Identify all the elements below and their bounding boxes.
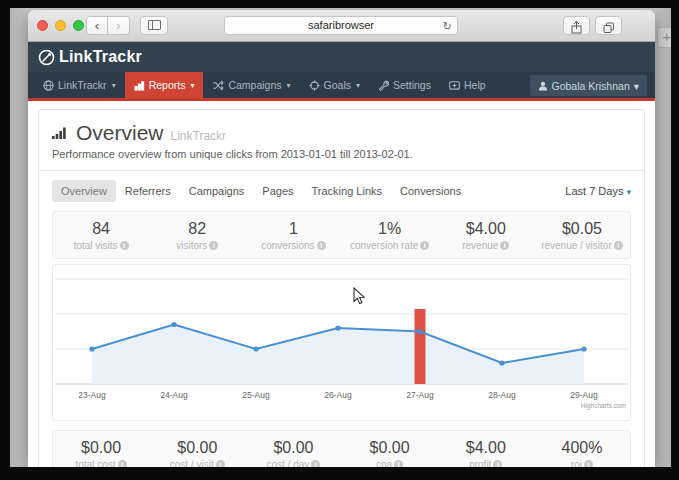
stat-value: $0.00 [342, 439, 438, 457]
stat-conversion-rate: 1%conversion ratei [342, 220, 438, 251]
nav-item-linktrackr[interactable]: LinkTrackr ▾ [34, 72, 125, 98]
tab-pages[interactable]: Pages [253, 180, 302, 202]
cursor-icon [353, 287, 365, 305]
stat-value: $0.00 [245, 439, 341, 457]
nav-item-settings[interactable]: Settings [369, 72, 440, 98]
minimize-window-button[interactable] [55, 20, 66, 31]
stat-label: revenuei [438, 240, 534, 251]
zoom-window-button[interactable] [73, 20, 84, 31]
tab-conversions[interactable]: Conversions [391, 180, 470, 202]
stat-conversions: 1conversionsi [245, 220, 341, 251]
logo-icon [38, 49, 55, 66]
info-icon[interactable]: i [120, 241, 129, 250]
frame-border [0, 0, 679, 8]
stats-panel-bottom: $0.00total costi$0.00cost / visiti$0.00c… [52, 430, 631, 469]
address-bar[interactable]: safaribrowser ↻ [224, 16, 458, 35]
show-all-tabs-button[interactable] [595, 16, 622, 35]
stat-value: 1% [342, 220, 438, 238]
history-nav: ‹ › [86, 16, 130, 35]
sidebar-toggle-button[interactable] [140, 16, 168, 35]
stat-label: visitorsi [149, 240, 245, 251]
nav-reports-icon [134, 80, 145, 91]
svg-text:25-Aug: 25-Aug [242, 390, 270, 400]
nav-goals-icon [309, 80, 320, 91]
logo-text: LinkTrackr [59, 48, 142, 66]
info-icon[interactable]: i [500, 241, 509, 250]
main-nav: LinkTrackr ▾ Reports ▾ Campaigns ▾ [28, 72, 655, 101]
frame-border [0, 467, 679, 480]
forward-button[interactable]: › [108, 16, 130, 35]
tab-campaigns[interactable]: Campaigns [180, 180, 254, 202]
chevron-down-icon: ▾ [190, 81, 194, 90]
nav-item-label: Reports [149, 79, 186, 91]
tab-referrers[interactable]: Referrers [116, 180, 180, 202]
info-icon[interactable]: i [614, 241, 623, 250]
nav-globe-icon [43, 80, 54, 91]
window-controls [37, 20, 84, 31]
back-button[interactable]: ‹ [86, 16, 108, 35]
visits-chart[interactable]: 23-Aug24-Aug25-Aug26-Aug27-Aug28-Aug29-A… [53, 266, 630, 416]
overview-icon [52, 125, 69, 140]
back-icon: ‹ [95, 18, 99, 33]
page-title: Overview [76, 121, 164, 145]
chevron-down-icon: ▾ [287, 81, 291, 90]
stat-revenue: $4.00revenuei [438, 220, 534, 251]
svg-text:29-Aug: 29-Aug [570, 390, 598, 400]
daterange-dropdown[interactable]: Last 7 Days ▾ [565, 185, 631, 197]
nav-help-icon [449, 80, 460, 90]
nav-item-reports[interactable]: Reports ▾ [125, 72, 204, 98]
browser-titlebar: ‹ › safaribrowser ↻ [28, 10, 655, 42]
info-icon[interactable]: i [317, 241, 326, 250]
svg-text:23-Aug: 23-Aug [78, 390, 106, 400]
frame-border [671, 0, 679, 480]
user-name: Gobala Krishnan [552, 80, 630, 92]
stat-value: 1 [245, 220, 341, 238]
close-window-button[interactable] [37, 20, 48, 31]
user-menu-button[interactable]: Gobala Krishnan ▾ [530, 75, 648, 96]
title-row: Overview LinkTrackr [52, 121, 631, 145]
tab-tracking-links[interactable]: Tracking Links [303, 180, 392, 202]
stat-roi: 400%roii [534, 439, 630, 469]
tab-overview[interactable]: Overview [52, 180, 116, 202]
svg-text:Highcharts.com: Highcharts.com [581, 402, 626, 410]
page-content: Overview LinkTrackr Performance overview… [28, 109, 655, 469]
page-subtitle: Performance overview from unique clicks … [52, 148, 631, 160]
tabs-overview-icon [603, 22, 615, 34]
frame-border [0, 0, 10, 480]
stat-value: 82 [149, 220, 245, 238]
svg-text:26-Aug: 26-Aug [324, 390, 352, 400]
stat-visitors: 82visitorsi [149, 220, 245, 251]
nav-item-help[interactable]: Help [440, 72, 495, 98]
stat-total-cost: $0.00total costi [53, 439, 149, 469]
stat-cpa: $0.00cpai [342, 439, 438, 469]
nav-item-goals[interactable]: Goals ▾ [300, 72, 369, 98]
info-icon[interactable]: i [420, 241, 429, 250]
divider [39, 170, 644, 171]
svg-text:27-Aug: 27-Aug [406, 390, 434, 400]
stat-value: 400% [534, 439, 630, 457]
nav-settings-icon [378, 80, 389, 91]
nav-item-label: Campaigns [228, 79, 281, 91]
stat-total-visits: 84total visitsi [53, 220, 149, 251]
reload-icon[interactable]: ↻ [443, 18, 452, 35]
stat-value: $4.00 [438, 439, 534, 457]
nav-item-label: Goals [324, 79, 351, 91]
stat-label: conversion ratei [342, 240, 438, 251]
sidebar-icon [148, 20, 161, 30]
overview-card: Overview LinkTrackr Performance overview… [38, 109, 645, 469]
stat-value: 84 [53, 220, 149, 238]
share-button[interactable] [563, 16, 590, 35]
stat-value: $0.05 [534, 220, 630, 238]
chart-panel: 23-Aug24-Aug25-Aug26-Aug27-Aug28-Aug29-A… [52, 264, 631, 421]
chevron-down-icon: ▾ [356, 81, 360, 90]
stat-value: $4.00 [438, 220, 534, 238]
nav-item-label: Help [464, 79, 486, 91]
info-icon[interactable]: i [209, 241, 218, 250]
chevron-down-icon: ▾ [634, 80, 639, 92]
stat-revenue-visitor: $0.05revenue / visitori [534, 220, 630, 251]
site-logo[interactable]: LinkTrackr [38, 48, 142, 66]
stat-label: revenue / visitori [534, 240, 630, 251]
share-icon [571, 21, 582, 34]
nav-item-campaigns[interactable]: Campaigns ▾ [203, 72, 299, 98]
chevron-down-icon: ▾ [112, 81, 116, 90]
